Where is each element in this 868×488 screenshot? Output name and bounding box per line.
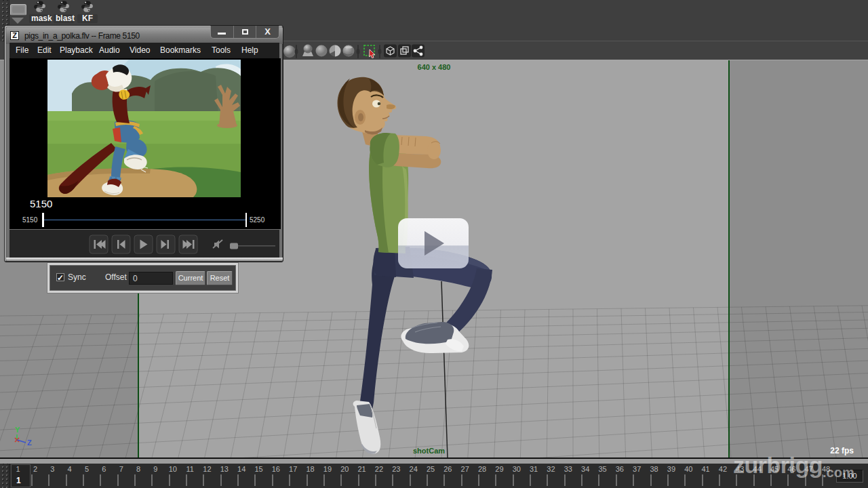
svg-text:Z: Z xyxy=(27,439,32,447)
svg-text:Y: Y xyxy=(15,426,20,434)
